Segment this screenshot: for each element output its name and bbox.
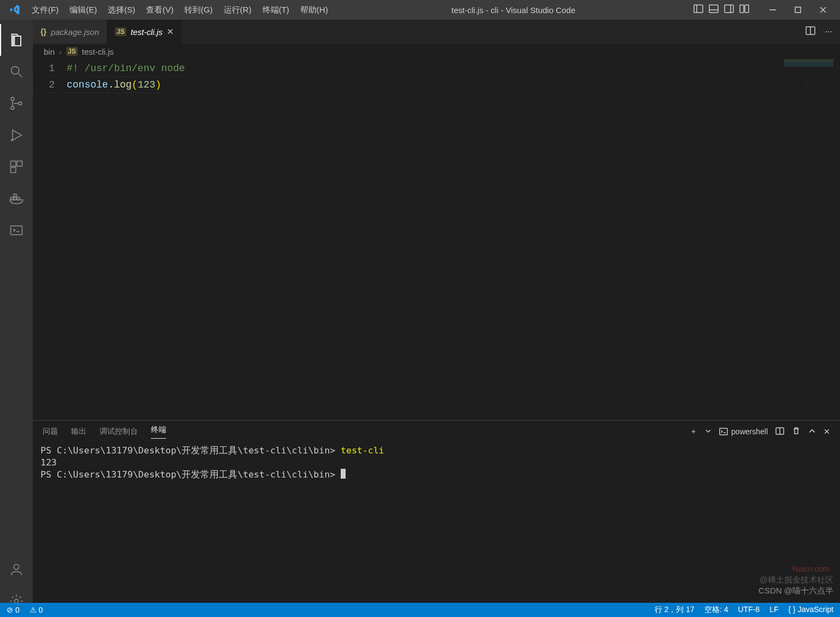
svg-point-26 bbox=[14, 564, 19, 569]
menu-run[interactable]: 运行(R) bbox=[218, 3, 257, 18]
code-line-1: #! /usr/bin/env node bbox=[67, 63, 185, 74]
menu-edit[interactable]: 编辑(E) bbox=[64, 3, 102, 18]
status-encoding[interactable]: UTF-8 bbox=[738, 605, 760, 615]
menu-view[interactable]: 查看(V) bbox=[141, 3, 179, 18]
svg-rect-2 bbox=[709, 5, 718, 13]
status-cursor[interactable]: 行 2，列 17 bbox=[655, 605, 695, 615]
explorer-icon[interactable] bbox=[0, 24, 33, 56]
svg-line-13 bbox=[19, 74, 22, 78]
menu-help[interactable]: 帮助(H) bbox=[295, 3, 334, 18]
close-button[interactable] bbox=[810, 0, 836, 20]
account-icon[interactable] bbox=[0, 554, 33, 585]
activity-bar bbox=[0, 20, 33, 617]
svg-point-16 bbox=[19, 102, 22, 105]
svg-point-17 bbox=[11, 139, 13, 141]
search-icon[interactable] bbox=[0, 56, 33, 88]
tab-test-cli-js[interactable]: JS test-cli.js ✕ bbox=[107, 20, 182, 44]
svg-rect-30 bbox=[720, 428, 727, 435]
more-icon[interactable]: ··· bbox=[825, 27, 832, 37]
minimize-button[interactable] bbox=[760, 0, 785, 20]
scm-icon[interactable] bbox=[0, 88, 33, 119]
new-terminal-icon[interactable]: ＋ bbox=[690, 427, 697, 436]
terminal[interactable]: PS C:\Users\13179\Desktop\开发常用工具\test-cl… bbox=[33, 443, 840, 617]
menu-goto[interactable]: 转到(G) bbox=[179, 3, 218, 18]
svg-rect-6 bbox=[740, 5, 744, 13]
terminal-command: test-cli bbox=[341, 445, 384, 456]
console-icon[interactable] bbox=[0, 214, 33, 246]
status-bar: ⊘ 0 ⚠ 0 行 2，列 17 空格: 4 UTF-8 LF { } Java… bbox=[0, 603, 840, 617]
menu-select[interactable]: 选择(S) bbox=[102, 3, 141, 18]
terminal-prompt: PS C:\Users\13179\Desktop\开发常用工具\test-cl… bbox=[40, 469, 341, 480]
close-panel-icon[interactable]: ✕ bbox=[824, 427, 830, 436]
svg-point-12 bbox=[11, 67, 19, 74]
editor-tabs: {} package.json JS test-cli.js ✕ ··· bbox=[33, 20, 840, 44]
watermark: @稀土掘金技术社区 bbox=[760, 575, 833, 585]
split-terminal-icon[interactable] bbox=[775, 427, 784, 437]
watermark: CSDN @喵十六点半 bbox=[759, 586, 833, 596]
chevron-right-icon: › bbox=[59, 47, 62, 56]
layout-sidebar-left-icon[interactable] bbox=[693, 4, 703, 16]
menu-file[interactable]: 文件(F) bbox=[26, 3, 64, 18]
layout-controls bbox=[693, 4, 749, 16]
layout-panel-icon[interactable] bbox=[709, 4, 719, 16]
code-line-2: console.log(123) bbox=[67, 79, 161, 90]
panel-tab-output[interactable]: 输出 bbox=[71, 427, 86, 436]
terminal-cursor bbox=[341, 469, 346, 479]
terminal-shell-selector[interactable]: powershell bbox=[719, 427, 768, 436]
panel-tabs: 问题 输出 调试控制台 终端 ＋ powershell ✕ bbox=[33, 421, 840, 443]
svg-rect-20 bbox=[11, 167, 16, 172]
maximize-button[interactable] bbox=[785, 0, 810, 20]
code-editor[interactable]: 1 2 #! /usr/bin/env node console.log(123… bbox=[33, 59, 840, 420]
svg-rect-7 bbox=[745, 5, 749, 13]
window-controls bbox=[760, 0, 836, 20]
tab-label: test-cli.js bbox=[131, 27, 162, 37]
svg-rect-0 bbox=[694, 5, 703, 13]
panel-tab-problems[interactable]: 问题 bbox=[43, 427, 58, 436]
line-numbers: 1 2 bbox=[33, 59, 67, 420]
title-bar: 文件(F) 编辑(E) 选择(S) 查看(V) 转到(G) 运行(R) 终端(T… bbox=[0, 0, 840, 20]
status-eol[interactable]: LF bbox=[769, 605, 778, 615]
layout-customize-icon[interactable] bbox=[739, 4, 749, 16]
breadcrumb-dir[interactable]: bin bbox=[44, 47, 55, 56]
menu-bar: 文件(F) 编辑(E) 选择(S) 查看(V) 转到(G) 运行(R) 终端(T… bbox=[26, 3, 334, 18]
panel-tab-debug[interactable]: 调试控制台 bbox=[100, 427, 138, 436]
minimap[interactable] bbox=[784, 59, 833, 67]
layout-sidebar-right-icon[interactable] bbox=[724, 4, 734, 16]
terminal-prompt: PS C:\Users\13179\Desktop\开发常用工具\test-cl… bbox=[40, 445, 341, 456]
split-editor-icon[interactable] bbox=[806, 26, 815, 38]
terminal-output: 123 bbox=[40, 457, 57, 468]
watermark: Yuucn.com bbox=[791, 564, 829, 573]
panel: 问题 输出 调试控制台 终端 ＋ powershell ✕ PS C bbox=[33, 420, 840, 617]
svg-point-14 bbox=[11, 97, 14, 101]
trash-icon[interactable] bbox=[792, 427, 801, 437]
status-language[interactable]: { } JavaScript bbox=[789, 605, 834, 615]
status-warnings[interactable]: ⚠ 0 bbox=[30, 606, 43, 614]
svg-point-15 bbox=[11, 106, 14, 109]
extensions-icon[interactable] bbox=[0, 151, 33, 183]
window-title: test-cli.js - cli - Visual Studio Code bbox=[334, 5, 693, 15]
panel-tab-terminal[interactable]: 终端 bbox=[151, 425, 166, 439]
docker-icon[interactable] bbox=[0, 183, 33, 214]
svg-rect-18 bbox=[11, 161, 16, 166]
js-icon: JS bbox=[66, 47, 78, 56]
status-indent[interactable]: 空格: 4 bbox=[704, 605, 728, 615]
breadcrumb-file[interactable]: test-cli.js bbox=[82, 47, 114, 56]
svg-rect-4 bbox=[725, 5, 733, 13]
debug-icon[interactable] bbox=[0, 119, 33, 151]
code-content[interactable]: #! /usr/bin/env node console.log(123) bbox=[67, 59, 840, 420]
svg-rect-25 bbox=[11, 226, 22, 235]
chevron-up-icon[interactable] bbox=[808, 427, 816, 436]
vscode-logo-icon bbox=[10, 4, 21, 15]
js-icon: JS bbox=[115, 27, 126, 36]
menu-terminal[interactable]: 终端(T) bbox=[257, 3, 295, 18]
json-icon: {} bbox=[40, 27, 46, 36]
status-errors[interactable]: ⊘ 0 bbox=[7, 606, 20, 614]
svg-rect-9 bbox=[795, 7, 801, 13]
tab-package-json[interactable]: {} package.json bbox=[33, 20, 107, 44]
svg-rect-24 bbox=[14, 194, 16, 197]
close-icon[interactable]: ✕ bbox=[167, 27, 174, 37]
svg-rect-19 bbox=[17, 161, 22, 166]
tab-label: package.json bbox=[51, 27, 99, 37]
breadcrumb[interactable]: bin › JS test-cli.js bbox=[33, 44, 840, 59]
chevron-down-icon[interactable] bbox=[705, 427, 711, 436]
